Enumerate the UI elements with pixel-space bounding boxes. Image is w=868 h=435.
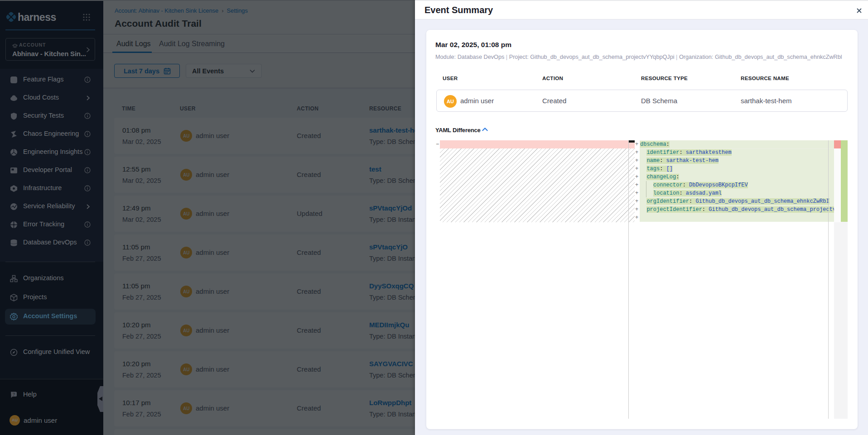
svg-text:?: ?	[13, 392, 15, 397]
